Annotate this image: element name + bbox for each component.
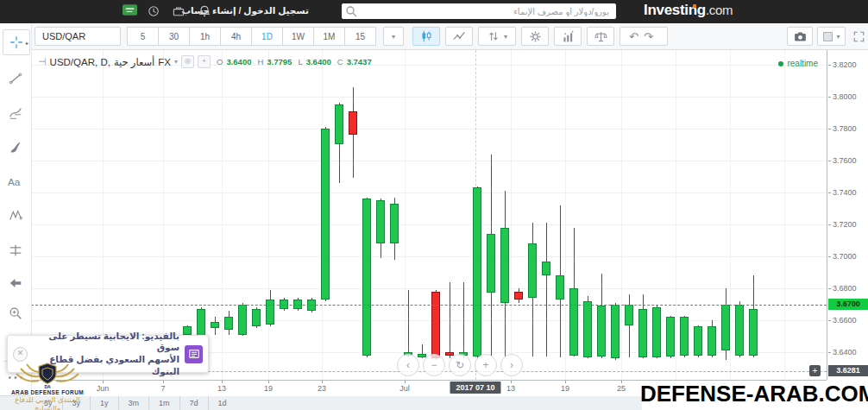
add-alert-plus-button[interactable]: +	[809, 365, 821, 376]
h-gridline	[31, 192, 827, 193]
candle	[418, 354, 426, 357]
price-tick-label: 3.7400	[833, 188, 857, 197]
candle	[211, 322, 219, 328]
candle	[721, 305, 730, 351]
fullscreen-button[interactable]	[850, 27, 867, 46]
candle	[556, 275, 564, 300]
compare-scales-button[interactable]	[587, 27, 614, 46]
investing-logo[interactable]: Investing.com	[644, 2, 733, 19]
realtime-dot-icon	[778, 61, 783, 66]
zoom-out-button[interactable]: −	[423, 354, 445, 376]
ohlc-open-value: 3.6400	[226, 57, 251, 66]
indicators-button[interactable]	[554, 27, 582, 46]
candle	[500, 228, 509, 303]
fib-retracement-tool[interactable]	[3, 101, 28, 125]
settings-gear-button[interactable]	[521, 27, 549, 46]
last-price-line	[31, 305, 827, 306]
legend-eye-icon[interactable]: ◎	[181, 55, 194, 68]
chart-toolbar: USD/QAR 5301h4h1D1W1M15 ▾ ▾ ↶↷ ▾	[0, 23, 868, 50]
legend-toggle-icon[interactable]: ⊣	[38, 56, 47, 67]
arrow-marker-tool[interactable]	[3, 271, 28, 295]
legend-caret-icon[interactable]: ▾	[174, 58, 178, 66]
redo-icon: ↷	[644, 30, 658, 43]
long-short-position-tool[interactable]	[3, 238, 28, 262]
interval-30[interactable]: 30	[158, 27, 190, 46]
interval-1D[interactable]: 1D	[251, 27, 283, 46]
zoom-in-button[interactable]: +	[475, 354, 497, 376]
range-7d[interactable]: 7d	[180, 396, 209, 410]
range-1m[interactable]: 1m	[149, 396, 180, 410]
interval-5[interactable]: 5	[127, 27, 159, 46]
up-down-arrows-icon	[487, 29, 500, 43]
candle	[569, 288, 578, 356]
crosshair-price-badge: 3.6281	[828, 365, 868, 376]
symbol-search-button[interactable]: USD/QAR	[35, 27, 121, 46]
range-1y[interactable]: 1y	[91, 396, 119, 410]
interval-1M[interactable]: 1M	[313, 27, 345, 46]
time-tick-mark	[621, 381, 622, 383]
v-gridline	[565, 50, 566, 380]
briefcase-icon[interactable]	[172, 4, 187, 18]
candles-chart-type-button[interactable]	[412, 27, 440, 46]
range-1d[interactable]: 1d	[209, 396, 236, 410]
brand-suffix: .com	[706, 3, 733, 17]
range-3m[interactable]: 3m	[119, 396, 150, 410]
login-signup-link[interactable]: تسجيل الدخول / إنشاء حساب	[214, 5, 309, 16]
xabcd-pattern-tool[interactable]	[3, 204, 28, 228]
time-tick-label: Jun	[97, 384, 110, 393]
saudi-flag-icon[interactable]	[123, 4, 138, 18]
crosshair-icon	[9, 35, 24, 50]
crosshair-date-badge: 2017 07 10	[450, 382, 500, 394]
site-watermark: DEFENSE-ARAB.COM	[640, 381, 868, 407]
text-icon: Aa	[6, 173, 25, 189]
candle-wick	[546, 223, 547, 356]
time-tick-mark	[163, 381, 164, 383]
brush-tool[interactable]	[3, 136, 28, 160]
price-axis[interactable]: 3.6700 3.6281 3.82003.80003.78003.76003.…	[827, 50, 868, 380]
search-input[interactable]	[342, 3, 616, 19]
close-icon[interactable]: ✕	[13, 347, 28, 362]
price-tick-label: 3.7000	[833, 252, 857, 261]
bell-icon[interactable]	[198, 4, 213, 18]
newspaper-icon	[185, 345, 203, 363]
interval-1W[interactable]: 1W	[282, 27, 314, 46]
forum-arabic-name: المنتدى العربي للدفاع والتسليح	[2, 395, 93, 410]
time-tick-label: 25	[617, 384, 626, 393]
trend-line-tool[interactable]	[3, 66, 28, 91]
scroll-left-button[interactable]: ‹	[397, 354, 419, 376]
candle	[625, 305, 633, 325]
candle-wick	[450, 282, 450, 359]
candle-wick	[408, 290, 409, 357]
forum-logo: DA ARAB DEFENSE FORUM المنتدى العربي للد…	[2, 362, 93, 410]
legend-add-icon[interactable]: +	[198, 55, 211, 68]
candle	[349, 111, 357, 136]
candle	[390, 204, 399, 243]
shield-wings-icon: DA	[13, 362, 82, 391]
candle	[376, 200, 385, 243]
legend-symbol: USD/QAR, D,	[50, 57, 110, 67]
snapshot-camera-button[interactable]	[787, 27, 813, 46]
position-icon	[8, 243, 23, 258]
zoom-in-tool[interactable]	[3, 301, 28, 325]
last-price-badge: 3.6700	[828, 299, 868, 310]
v-gridline	[268, 50, 269, 380]
undo-redo-group[interactable]: ↶↷	[620, 27, 668, 46]
scroll-right-button[interactable]: ›	[500, 354, 523, 376]
candle	[694, 326, 702, 355]
compare-arrows-button[interactable]: ▾	[478, 27, 516, 46]
layout-select-button[interactable]: ▾	[817, 27, 846, 46]
clock-icon[interactable]	[147, 4, 162, 18]
crosshair-tool[interactable]: ▸	[3, 29, 30, 55]
interval-1h[interactable]: 1h	[189, 27, 221, 46]
ohlc-close-label: C	[337, 57, 343, 66]
interval-dropdown[interactable]: ▾	[383, 27, 404, 46]
h-gridline	[31, 224, 827, 225]
interval-15[interactable]: 15	[344, 27, 376, 46]
trend-line-icon	[8, 71, 23, 86]
fib-icon	[8, 105, 23, 121]
line-chart-type-button[interactable]	[445, 27, 473, 46]
time-tick-mark	[222, 381, 223, 383]
reset-view-button[interactable]: ↻	[449, 354, 471, 376]
interval-4h[interactable]: 4h	[220, 27, 252, 46]
text-tool[interactable]: Aa	[3, 169, 28, 193]
